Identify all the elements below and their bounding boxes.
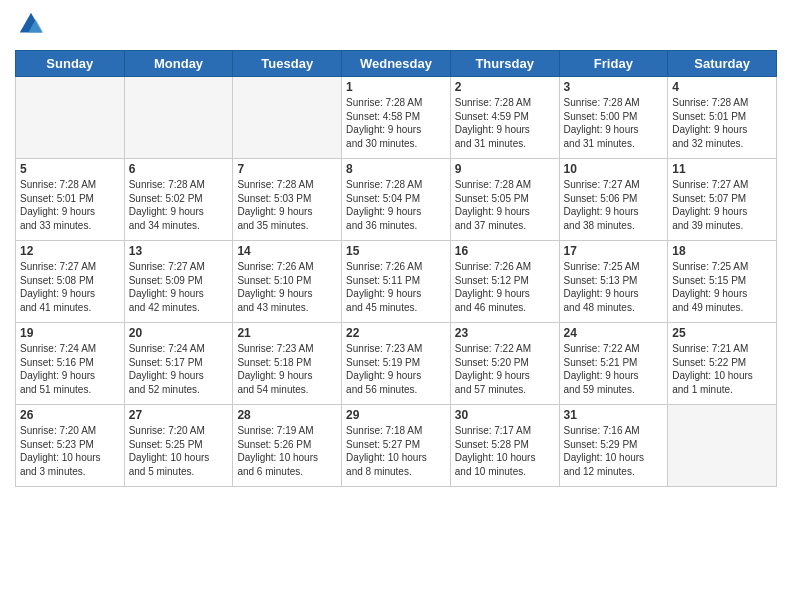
day-cell: 15Sunrise: 7:26 AM Sunset: 5:11 PM Dayli… (342, 241, 451, 323)
day-number: 10 (564, 162, 664, 176)
day-number: 16 (455, 244, 555, 258)
week-row-4: 19Sunrise: 7:24 AM Sunset: 5:16 PM Dayli… (16, 323, 777, 405)
day-header-wednesday: Wednesday (342, 51, 451, 77)
day-number: 12 (20, 244, 120, 258)
calendar-body: 1Sunrise: 7:28 AM Sunset: 4:58 PM Daylig… (16, 77, 777, 487)
week-row-1: 1Sunrise: 7:28 AM Sunset: 4:58 PM Daylig… (16, 77, 777, 159)
day-number: 6 (129, 162, 229, 176)
day-cell: 23Sunrise: 7:22 AM Sunset: 5:20 PM Dayli… (450, 323, 559, 405)
day-number: 20 (129, 326, 229, 340)
day-info: Sunrise: 7:28 AM Sunset: 5:04 PM Dayligh… (346, 178, 446, 232)
day-info: Sunrise: 7:26 AM Sunset: 5:10 PM Dayligh… (237, 260, 337, 314)
day-header-friday: Friday (559, 51, 668, 77)
day-number: 17 (564, 244, 664, 258)
day-info: Sunrise: 7:28 AM Sunset: 5:03 PM Dayligh… (237, 178, 337, 232)
day-cell: 31Sunrise: 7:16 AM Sunset: 5:29 PM Dayli… (559, 405, 668, 487)
day-number: 27 (129, 408, 229, 422)
day-cell: 14Sunrise: 7:26 AM Sunset: 5:10 PM Dayli… (233, 241, 342, 323)
day-number: 7 (237, 162, 337, 176)
day-info: Sunrise: 7:23 AM Sunset: 5:18 PM Dayligh… (237, 342, 337, 396)
day-number: 9 (455, 162, 555, 176)
week-row-3: 12Sunrise: 7:27 AM Sunset: 5:08 PM Dayli… (16, 241, 777, 323)
day-number: 19 (20, 326, 120, 340)
day-cell: 8Sunrise: 7:28 AM Sunset: 5:04 PM Daylig… (342, 159, 451, 241)
day-info: Sunrise: 7:28 AM Sunset: 5:05 PM Dayligh… (455, 178, 555, 232)
days-header-row: SundayMondayTuesdayWednesdayThursdayFrid… (16, 51, 777, 77)
day-info: Sunrise: 7:27 AM Sunset: 5:06 PM Dayligh… (564, 178, 664, 232)
calendar-header: SundayMondayTuesdayWednesdayThursdayFrid… (16, 51, 777, 77)
day-number: 21 (237, 326, 337, 340)
week-row-5: 26Sunrise: 7:20 AM Sunset: 5:23 PM Dayli… (16, 405, 777, 487)
day-info: Sunrise: 7:21 AM Sunset: 5:22 PM Dayligh… (672, 342, 772, 396)
day-info: Sunrise: 7:28 AM Sunset: 4:59 PM Dayligh… (455, 96, 555, 150)
day-cell (668, 405, 777, 487)
week-row-2: 5Sunrise: 7:28 AM Sunset: 5:01 PM Daylig… (16, 159, 777, 241)
day-info: Sunrise: 7:28 AM Sunset: 5:01 PM Dayligh… (20, 178, 120, 232)
day-cell: 25Sunrise: 7:21 AM Sunset: 5:22 PM Dayli… (668, 323, 777, 405)
day-number: 3 (564, 80, 664, 94)
day-cell: 2Sunrise: 7:28 AM Sunset: 4:59 PM Daylig… (450, 77, 559, 159)
day-header-thursday: Thursday (450, 51, 559, 77)
day-cell: 9Sunrise: 7:28 AM Sunset: 5:05 PM Daylig… (450, 159, 559, 241)
day-info: Sunrise: 7:23 AM Sunset: 5:19 PM Dayligh… (346, 342, 446, 396)
logo-icon (17, 10, 45, 38)
day-cell (124, 77, 233, 159)
day-number: 11 (672, 162, 772, 176)
day-header-tuesday: Tuesday (233, 51, 342, 77)
day-number: 31 (564, 408, 664, 422)
day-info: Sunrise: 7:24 AM Sunset: 5:17 PM Dayligh… (129, 342, 229, 396)
day-number: 23 (455, 326, 555, 340)
day-cell: 29Sunrise: 7:18 AM Sunset: 5:27 PM Dayli… (342, 405, 451, 487)
day-cell: 13Sunrise: 7:27 AM Sunset: 5:09 PM Dayli… (124, 241, 233, 323)
day-cell: 7Sunrise: 7:28 AM Sunset: 5:03 PM Daylig… (233, 159, 342, 241)
day-number: 14 (237, 244, 337, 258)
day-cell: 10Sunrise: 7:27 AM Sunset: 5:06 PM Dayli… (559, 159, 668, 241)
day-header-saturday: Saturday (668, 51, 777, 77)
day-number: 29 (346, 408, 446, 422)
day-cell: 30Sunrise: 7:17 AM Sunset: 5:28 PM Dayli… (450, 405, 559, 487)
day-cell: 28Sunrise: 7:19 AM Sunset: 5:26 PM Dayli… (233, 405, 342, 487)
day-info: Sunrise: 7:28 AM Sunset: 5:02 PM Dayligh… (129, 178, 229, 232)
day-cell: 24Sunrise: 7:22 AM Sunset: 5:21 PM Dayli… (559, 323, 668, 405)
day-number: 24 (564, 326, 664, 340)
day-header-monday: Monday (124, 51, 233, 77)
day-info: Sunrise: 7:16 AM Sunset: 5:29 PM Dayligh… (564, 424, 664, 478)
day-number: 2 (455, 80, 555, 94)
day-number: 1 (346, 80, 446, 94)
day-info: Sunrise: 7:28 AM Sunset: 5:01 PM Dayligh… (672, 96, 772, 150)
day-cell (233, 77, 342, 159)
day-number: 30 (455, 408, 555, 422)
day-number: 28 (237, 408, 337, 422)
day-number: 13 (129, 244, 229, 258)
page: SundayMondayTuesdayWednesdayThursdayFrid… (0, 0, 792, 612)
day-cell: 22Sunrise: 7:23 AM Sunset: 5:19 PM Dayli… (342, 323, 451, 405)
day-number: 22 (346, 326, 446, 340)
day-cell: 3Sunrise: 7:28 AM Sunset: 5:00 PM Daylig… (559, 77, 668, 159)
day-info: Sunrise: 7:26 AM Sunset: 5:12 PM Dayligh… (455, 260, 555, 314)
day-info: Sunrise: 7:22 AM Sunset: 5:20 PM Dayligh… (455, 342, 555, 396)
day-info: Sunrise: 7:20 AM Sunset: 5:25 PM Dayligh… (129, 424, 229, 478)
day-info: Sunrise: 7:17 AM Sunset: 5:28 PM Dayligh… (455, 424, 555, 478)
day-cell: 11Sunrise: 7:27 AM Sunset: 5:07 PM Dayli… (668, 159, 777, 241)
day-info: Sunrise: 7:25 AM Sunset: 5:13 PM Dayligh… (564, 260, 664, 314)
day-info: Sunrise: 7:22 AM Sunset: 5:21 PM Dayligh… (564, 342, 664, 396)
day-info: Sunrise: 7:28 AM Sunset: 5:00 PM Dayligh… (564, 96, 664, 150)
day-cell: 5Sunrise: 7:28 AM Sunset: 5:01 PM Daylig… (16, 159, 125, 241)
day-cell: 17Sunrise: 7:25 AM Sunset: 5:13 PM Dayli… (559, 241, 668, 323)
day-cell (16, 77, 125, 159)
day-cell: 21Sunrise: 7:23 AM Sunset: 5:18 PM Dayli… (233, 323, 342, 405)
day-info: Sunrise: 7:27 AM Sunset: 5:07 PM Dayligh… (672, 178, 772, 232)
calendar: SundayMondayTuesdayWednesdayThursdayFrid… (15, 50, 777, 487)
day-header-sunday: Sunday (16, 51, 125, 77)
day-cell: 6Sunrise: 7:28 AM Sunset: 5:02 PM Daylig… (124, 159, 233, 241)
day-cell: 12Sunrise: 7:27 AM Sunset: 5:08 PM Dayli… (16, 241, 125, 323)
day-info: Sunrise: 7:24 AM Sunset: 5:16 PM Dayligh… (20, 342, 120, 396)
day-cell: 18Sunrise: 7:25 AM Sunset: 5:15 PM Dayli… (668, 241, 777, 323)
day-info: Sunrise: 7:20 AM Sunset: 5:23 PM Dayligh… (20, 424, 120, 478)
day-info: Sunrise: 7:25 AM Sunset: 5:15 PM Dayligh… (672, 260, 772, 314)
day-info: Sunrise: 7:28 AM Sunset: 4:58 PM Dayligh… (346, 96, 446, 150)
day-number: 5 (20, 162, 120, 176)
day-info: Sunrise: 7:19 AM Sunset: 5:26 PM Dayligh… (237, 424, 337, 478)
day-cell: 16Sunrise: 7:26 AM Sunset: 5:12 PM Dayli… (450, 241, 559, 323)
day-info: Sunrise: 7:18 AM Sunset: 5:27 PM Dayligh… (346, 424, 446, 478)
